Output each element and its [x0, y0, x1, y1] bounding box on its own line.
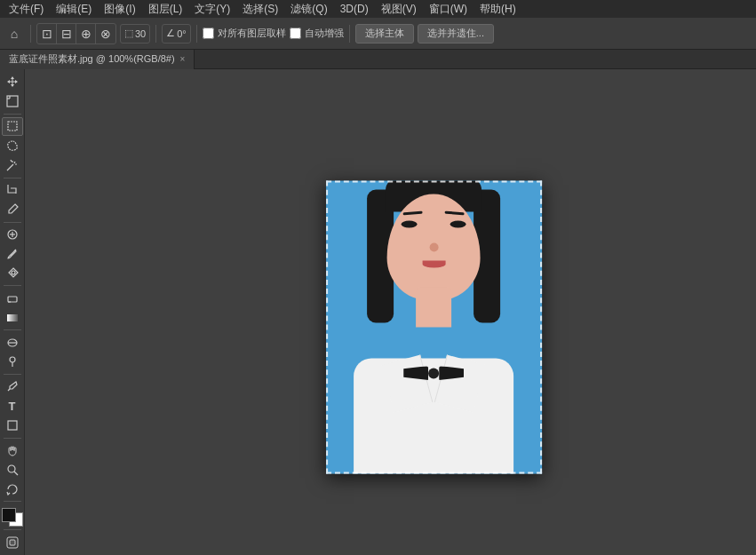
menu-view[interactable]: 视图(V)	[376, 1, 422, 18]
lasso-free-tool-btn[interactable]	[2, 137, 23, 155]
eyedropper-tool-btn[interactable]	[2, 201, 23, 219]
svg-rect-3	[8, 122, 17, 131]
lasso-rect-tool-btn[interactable]	[2, 117, 23, 136]
photo-wrapper	[326, 180, 542, 473]
svg-line-6	[14, 162, 15, 163]
svg-rect-26	[10, 540, 15, 545]
bow-center	[428, 368, 439, 378]
blur-tool-btn[interactable]	[2, 333, 23, 352]
tool-sep-7	[4, 438, 21, 439]
artboard-tool-btn[interactable]	[2, 92, 23, 111]
canvas-area[interactable]	[25, 69, 756, 555]
eyebrow-right	[445, 210, 465, 215]
menu-type[interactable]: 文字(Y)	[189, 1, 235, 18]
zoom-tool-btn[interactable]	[2, 461, 23, 480]
toolbar-sep-1	[30, 25, 31, 43]
angle-box[interactable]: ∠ 0°	[162, 24, 191, 44]
pen-tool-btn[interactable]	[2, 377, 23, 396]
svg-rect-16	[7, 314, 18, 321]
collar-left	[382, 354, 434, 412]
foreground-color-swatch[interactable]	[2, 508, 16, 522]
menu-3d[interactable]: 3D(D)	[335, 2, 374, 16]
brush-tool-btn-1[interactable]: ⊡	[37, 24, 57, 44]
tool-sep-9	[4, 529, 21, 530]
crop-tool-btn[interactable]	[2, 181, 23, 200]
brush-size-value: 30	[135, 28, 146, 39]
auto-enhance-checkbox[interactable]	[290, 28, 301, 39]
tool-sep-2	[4, 178, 21, 178]
neck	[416, 287, 451, 327]
sample-all-layers-group: 对所有图层取样	[203, 27, 286, 40]
menu-image[interactable]: 图像(I)	[99, 1, 140, 18]
toolbar-sep-2	[155, 25, 156, 43]
svg-line-24	[14, 472, 18, 475]
bow-left	[403, 366, 428, 380]
sample-all-layers-label: 对所有图层取样	[218, 27, 286, 40]
tool-sep-1	[4, 114, 21, 115]
document-tab[interactable]: 蓝底证件照素材.jpg @ 100%(RGB/8#) ×	[0, 50, 195, 69]
tab-close-btn[interactable]: ×	[180, 54, 186, 64]
brush-tool-btn[interactable]	[2, 245, 23, 264]
select-subject-button[interactable]: 选择主体	[355, 24, 414, 44]
angle-icon: ∠	[166, 28, 175, 39]
menu-window[interactable]: 窗口(W)	[424, 1, 473, 18]
bow-tie	[403, 366, 464, 380]
svg-rect-22	[8, 421, 17, 430]
tab-label: 蓝底证件照素材.jpg @ 100%(RGB/8#)	[9, 52, 175, 66]
menu-filter[interactable]: 滤镜(Q)	[285, 1, 332, 18]
menu-bar: 文件(F) 编辑(E) 图像(I) 图层(L) 文字(Y) 选择(S) 滤镜(Q…	[0, 0, 756, 18]
eye-right	[450, 220, 466, 227]
tool-sep-3	[4, 222, 21, 223]
tool-sep-8	[4, 501, 21, 502]
svg-point-19	[10, 357, 15, 362]
shape-tool-btn[interactable]	[2, 416, 23, 435]
clone-stamp-tool-btn[interactable]	[2, 264, 23, 282]
dodge-tool-btn[interactable]	[2, 353, 23, 371]
color-swatch-group[interactable]	[2, 508, 23, 527]
menu-edit[interactable]: 编辑(E)	[51, 1, 97, 18]
auto-enhance-label: 自动增强	[305, 27, 344, 40]
menu-file[interactable]: 文件(F)	[4, 1, 49, 18]
tab-bar: 蓝底证件照素材.jpg @ 100%(RGB/8#) ×	[0, 50, 756, 69]
toolbox: T	[0, 69, 25, 555]
menu-help[interactable]: 帮助(H)	[474, 1, 521, 18]
brush-tool-btn-2[interactable]: ⊟	[57, 24, 76, 44]
eyebrow-left	[403, 210, 423, 215]
brush-tool-btn-4[interactable]: ⊗	[96, 24, 115, 44]
bow-right	[439, 366, 464, 380]
photo-canvas	[326, 180, 542, 473]
collar-right	[434, 354, 486, 412]
toolbar-sep-3	[196, 25, 197, 43]
quick-mask-btn[interactable]	[2, 533, 23, 551]
svg-line-4	[7, 164, 13, 170]
photo-background	[326, 180, 542, 473]
text-tool-btn[interactable]: T	[2, 397, 23, 416]
tool-sep-6	[4, 374, 21, 375]
svg-line-8	[11, 160, 12, 162]
mouth	[422, 260, 445, 267]
menu-layer[interactable]: 图层(L)	[143, 1, 188, 18]
brush-tool-btn-3[interactable]: ⊕	[76, 24, 96, 44]
auto-enhance-group: 自动增强	[290, 27, 344, 40]
nose	[429, 242, 438, 251]
svg-rect-0	[7, 96, 18, 107]
brush-size-box[interactable]: ⬚ 30	[120, 24, 150, 44]
hand-tool-btn[interactable]	[2, 441, 23, 460]
tool-sep-4	[4, 285, 21, 286]
svg-point-23	[8, 465, 15, 472]
magic-wand-tool-btn[interactable]	[2, 156, 23, 175]
svg-rect-14	[8, 297, 17, 302]
heal-tool-btn[interactable]	[2, 226, 23, 244]
eraser-tool-btn[interactable]	[2, 289, 23, 307]
toolbar-sep-4	[349, 25, 350, 43]
sample-all-layers-checkbox[interactable]	[203, 28, 214, 39]
angle-value: 0°	[177, 28, 187, 39]
select-and-mask-button[interactable]: 选并并遗住...	[418, 24, 494, 44]
rotate-view-tool-btn[interactable]	[2, 480, 23, 498]
menu-select[interactable]: 选择(S)	[237, 1, 283, 18]
toolbar: ⌂ ⊡ ⊟ ⊕ ⊗ ⬚ 30 ∠ 0° 对所有图层取样 自动增强 选择主体 选并…	[0, 18, 756, 50]
move-tool-btn[interactable]	[2, 73, 23, 91]
gradient-tool-btn[interactable]	[2, 308, 23, 327]
home-icon[interactable]: ⌂	[4, 23, 25, 44]
main-area: T	[0, 69, 756, 555]
